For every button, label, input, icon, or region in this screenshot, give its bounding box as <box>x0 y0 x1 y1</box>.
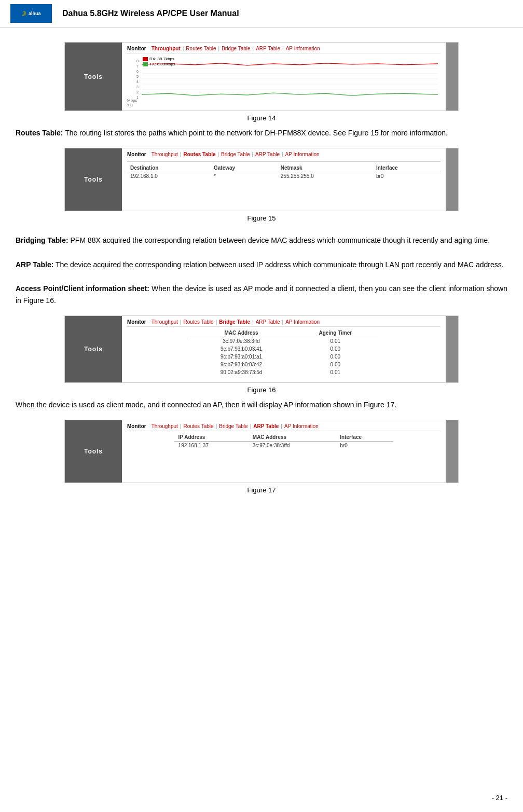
monitor-label-14: Monitor <box>127 46 146 51</box>
svg-text:6: 6 <box>136 70 139 73</box>
logo: 🐊 alhua <box>10 4 52 23</box>
nav-ap-15[interactable]: AP Information <box>285 152 320 157</box>
nav-throughput-17[interactable]: Throughput <box>152 423 178 429</box>
table-row: 3c:97:0e:38:3ffd 0.01 <box>190 337 378 345</box>
cell-ageing: 0.00 <box>293 361 378 368</box>
chart-y-unit: Mbpss 0 <box>127 98 137 107</box>
nav-routes-16[interactable]: Routes Table <box>183 319 213 325</box>
figure-14-container: Tools Monitor Throughput | Routes Table … <box>16 42 507 111</box>
col-mac-address: MAC Address <box>249 433 336 442</box>
figure-17-screenshot: Tools Monitor Throughput | Routes Table … <box>64 420 459 483</box>
svg-text:5: 5 <box>136 75 139 78</box>
routes-table: Destination Gateway Netmask Interface 19… <box>127 164 441 180</box>
right-bar-16 <box>446 316 458 382</box>
sidebar-14: Tools <box>65 43 122 111</box>
svg-text:8: 8 <box>136 59 139 63</box>
cell-ageing: 0.00 <box>293 345 378 353</box>
main-panel-15: Monitor Throughput | Routes Table | Brid… <box>122 148 446 211</box>
col-interface: Interface <box>336 433 393 442</box>
col-ip-address: IP Address <box>174 433 249 442</box>
page-header: 🐊 alhua Dahua 5.8GHz Wireless AP/CPE Use… <box>0 0 523 27</box>
right-bar-15 <box>446 148 458 211</box>
nav-throughput-16[interactable]: Throughput <box>152 319 178 325</box>
figure-17-container: Tools Monitor Throughput | Routes Table … <box>16 420 507 483</box>
right-bar-14 <box>446 43 458 111</box>
cell-interface: br0 <box>336 442 393 450</box>
page-title: Dahua 5.8GHz Wireless AP/CPE User Manual <box>62 9 239 18</box>
client-mode-description: When the device is used as client mode, … <box>16 399 507 410</box>
col-interface: Interface <box>373 164 441 172</box>
cell-mac: 90:02:a9:38:73:5d <box>190 368 293 376</box>
cell-ageing: 0.01 <box>293 337 378 345</box>
nav-ap-14[interactable]: AP Information <box>286 46 320 51</box>
nav-throughput-14[interactable]: Throughput <box>152 46 181 51</box>
nav-bridge-16[interactable]: Bridge Table <box>219 319 250 325</box>
arp-table: IP Address MAC Address Interface 192.168… <box>174 433 394 449</box>
cell-gateway: * <box>211 172 278 181</box>
arp-table-area: IP Address MAC Address Interface 192.168… <box>127 433 441 449</box>
monitor-label-16: Monitor <box>127 319 146 325</box>
page-number: - 21 - <box>492 794 507 802</box>
routes-table-description: Routes Table: The routing list stores th… <box>16 127 507 139</box>
table-row: 9c:b7:93:a0:01:a1 0.00 <box>190 353 378 361</box>
nav-arp-15[interactable]: ARP Table <box>255 152 280 157</box>
cell-mac: 9c:b7:93:a0:01:a1 <box>190 353 293 361</box>
chart-legend: RX: 88.7kbps TX: 6.83Mbps <box>143 57 175 67</box>
nav-arp-16[interactable]: ARP Table <box>256 319 280 325</box>
nav-throughput-15[interactable]: Throughput <box>152 152 178 157</box>
cell-destination: 192.168.1.0 <box>127 172 211 181</box>
page-content: Tools Monitor Throughput | Routes Table … <box>0 27 523 515</box>
col-gateway: Gateway <box>211 164 278 172</box>
nav-routes-15[interactable]: Routes Table <box>183 152 215 157</box>
svg-text:4: 4 <box>136 80 139 84</box>
access-point-description: Access Point/Client information sheet: W… <box>16 283 507 306</box>
cell-mac: 3c:97:0e:38:3ffd <box>190 337 293 345</box>
svg-text:3: 3 <box>136 85 139 89</box>
main-panel-17: Monitor Throughput | Routes Table | Brid… <box>122 420 446 483</box>
cell-ageing: 0.01 <box>293 368 378 376</box>
figure-14-caption: Figure 14 <box>16 114 507 122</box>
cell-ip: 192.168.1.37 <box>174 442 249 450</box>
nav-bridge-15[interactable]: Bridge Table <box>221 152 250 157</box>
nav-bar-15: Monitor Throughput | Routes Table | Brid… <box>127 152 441 159</box>
nav-routes-14[interactable]: Routes Table <box>186 46 216 51</box>
col-destination: Destination <box>127 164 211 172</box>
nav-arp-14[interactable]: ARP Table <box>256 46 280 51</box>
bridging-table-description: Bridging Table: PFM 88X acquired the cor… <box>16 235 507 246</box>
figure-16-screenshot: Tools Monitor Throughput | Routes Table … <box>64 315 459 383</box>
col-ageing-timer: Ageing Timer <box>293 329 378 337</box>
nav-routes-17[interactable]: Routes Table <box>183 423 213 429</box>
col-mac-address: MAC Address <box>190 329 293 337</box>
chart-area-14: RX: 88.7kbps TX: 6.83Mbps 8 7 6 5 4 <box>127 56 441 107</box>
cell-mac: 9c:b7:93:b0:03:41 <box>190 345 293 353</box>
main-panel-16: Monitor Throughput | Routes Table | Brid… <box>122 316 446 382</box>
nav-ap-17[interactable]: AP Information <box>284 423 319 429</box>
arp-table-description: ARP Table: The device acquired the corre… <box>16 259 507 270</box>
nav-arp-17[interactable]: ARP Table <box>253 423 279 429</box>
nav-bar-14: Monitor Throughput | Routes Table | Brid… <box>127 46 441 53</box>
table-row: 192.168.1.0 * 255.255.255.0 br0 <box>127 172 441 181</box>
figure-16-caption: Figure 16 <box>16 386 507 394</box>
monitor-label-15: Monitor <box>127 152 146 157</box>
right-bar-17 <box>446 420 458 483</box>
cell-netmask: 255.255.255.0 <box>278 172 373 181</box>
mac-table-area: MAC Address Ageing Timer 3c:97:0e:38:3ff… <box>127 329 441 376</box>
nav-bridge-14[interactable]: Bridge Table <box>222 46 250 51</box>
sidebar-15: Tools <box>65 148 122 211</box>
cell-mac: 3c:97:0e:38:3ffd <box>249 442 336 450</box>
figure-16-container: Tools Monitor Throughput | Routes Table … <box>16 315 507 383</box>
figure-15-container: Tools Monitor Throughput | Routes Table … <box>16 148 507 211</box>
nav-bridge-17[interactable]: Bridge Table <box>219 423 247 429</box>
logo-area: 🐊 alhua <box>10 4 52 23</box>
sidebar-16: Tools <box>65 316 122 382</box>
table-row: 90:02:a9:38:73:5d 0.01 <box>190 368 378 376</box>
figure-15-caption: Figure 15 <box>16 214 507 222</box>
table-row: 9c:b7:93:b0:03:41 0.00 <box>190 345 378 353</box>
nav-ap-16[interactable]: AP Information <box>285 319 320 325</box>
nav-bar-16: Monitor Throughput | Routes Table | Brid… <box>127 319 441 327</box>
sidebar-17: Tools <box>65 420 122 483</box>
cell-interface: br0 <box>373 172 441 181</box>
col-netmask: Netmask <box>278 164 373 172</box>
monitor-label-17: Monitor <box>127 423 146 429</box>
cell-ageing: 0.00 <box>293 353 378 361</box>
